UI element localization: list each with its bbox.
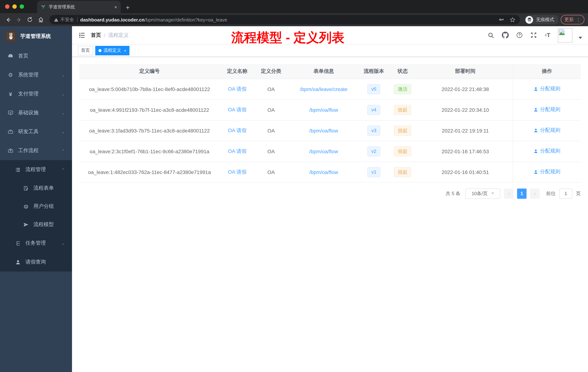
url-bar[interactable]: 不安全 dashboard.yudao.iocoder.cn/bpm/manag… — [50, 15, 520, 24]
page-size-select[interactable]: 10条/页 — [465, 188, 500, 198]
sidebar-item-user-group[interactable]: 用户分组 — [0, 197, 72, 216]
sidebar-item-process-form[interactable]: 流程表单 — [0, 179, 72, 197]
sidebar-item-process-manage[interactable]: 流程管理 ⌃ — [0, 160, 72, 179]
pagination-total: 共 5 条 — [446, 190, 460, 197]
font-size-icon[interactable]: тT — [544, 31, 552, 39]
url-path: /bpm/manager/definition?key=oa_leave — [145, 17, 227, 22]
new-tab-button[interactable]: + — [126, 4, 130, 11]
user-icon — [534, 87, 538, 91]
prev-page-button[interactable]: ‹ — [504, 188, 514, 198]
cell-definition-id: oa_leave:1:482ec033-762a-11ec-8477-a2380… — [79, 162, 220, 182]
goto-page-input[interactable] — [559, 188, 572, 198]
avatar-dropdown-caret-icon[interactable] — [578, 37, 582, 39]
face-icon — [22, 204, 29, 209]
assign-rule-button[interactable]: 分配规则 — [534, 127, 560, 134]
sidebar-item-process-model[interactable]: 流程模型 — [0, 216, 72, 234]
sidebar-item-system[interactable]: ⚙ 系统管理 ⌄ — [0, 66, 72, 85]
user-icon — [534, 170, 538, 174]
cell-definition-id: oa_leave:5:004b710b-7b8a-11ec-8ef0-acde4… — [79, 79, 220, 99]
incognito-badge: 无痕模式 — [524, 15, 558, 24]
password-key-icon[interactable] — [499, 17, 504, 22]
table-row: oa_leave:5:004b710b-7b8a-11ec-8ef0-acde4… — [79, 79, 581, 99]
browser-toolbar: 不安全 dashboard.yudao.iocoder.cn/bpm/manag… — [0, 13, 588, 26]
sidebar-item-task-manage[interactable]: 任务管理 ⌄ — [0, 234, 72, 253]
dashboard-icon — [7, 53, 14, 59]
monitor-icon — [7, 110, 14, 116]
version-badge: v2 — [368, 146, 380, 156]
sidebar-item-leave-query[interactable]: 请假查询 — [0, 253, 72, 272]
home-icon[interactable] — [36, 15, 45, 24]
sidebar-item-workflow[interactable]: 工作流程 ⌃ — [0, 141, 72, 160]
breadcrumb-current: 流程定义 — [108, 32, 129, 38]
reload-icon[interactable] — [25, 15, 34, 24]
status-badge: 挂起 — [394, 146, 411, 156]
cell-category: OA — [255, 141, 287, 162]
tab-title: 芋道管理系统 — [49, 4, 111, 10]
bookmark-star-icon[interactable] — [509, 17, 516, 23]
url-host: dashboard.yudao.iocoder.cn — [80, 17, 145, 22]
toolbox-icon — [7, 129, 14, 135]
github-icon[interactable] — [501, 31, 509, 39]
active-tag-dot — [99, 49, 101, 52]
tag-home[interactable]: 首页 — [78, 46, 93, 55]
status-badge: 挂起 — [394, 167, 411, 177]
chevron-down-icon: ⌄ — [62, 111, 65, 115]
cell-definition-id: oa_leave:3:1fad3d93-7b75-11ec-a3c8-acde4… — [79, 120, 220, 141]
assign-rule-button[interactable]: 分配规则 — [534, 107, 560, 113]
chevron-down-icon: ⌄ — [62, 92, 65, 96]
col-form-info: 表单信息 — [287, 64, 360, 79]
table-row: oa_leave:2:3c1f0ef1-76b1-11ec-9c66-a2380… — [79, 141, 581, 162]
forward-icon[interactable] — [15, 15, 23, 24]
tab-close-icon[interactable]: × — [114, 4, 117, 10]
sidebar-item-devtools[interactable]: 研发工具 ⌄ — [0, 122, 72, 141]
page-number-1[interactable]: 1 — [517, 188, 526, 198]
assign-rule-button[interactable]: 分配规则 — [534, 148, 560, 154]
form-link[interactable]: /bpm/oa/flow — [309, 148, 338, 154]
annotation-title: 流程模型 - 定义列表 — [231, 29, 344, 46]
breadcrumb-home[interactable]: 首页 — [91, 32, 101, 38]
tag-close-icon[interactable]: × — [124, 48, 126, 53]
tag-process-definition[interactable]: 流程定义 × — [95, 46, 130, 55]
cell-deploy-time: 2022-01-16 17:46:53 — [418, 141, 513, 162]
avatar[interactable] — [558, 28, 572, 42]
window-close-button[interactable] — [5, 4, 10, 9]
window-minimize-button[interactable] — [12, 4, 17, 9]
help-icon[interactable] — [515, 31, 523, 39]
form-link[interactable]: /bpm/oa/flow — [309, 128, 338, 133]
status-badge: 挂起 — [394, 125, 411, 136]
user-icon — [534, 128, 538, 133]
search-icon[interactable] — [487, 31, 495, 39]
col-deploy-time: 部署时间 — [418, 64, 513, 79]
form-edit-icon — [22, 186, 29, 191]
form-link[interactable]: /bpm/oa/flow — [309, 169, 338, 175]
page-content: 定义编号 定义名称 定义分类 表单信息 流程版本 状态 部署时间 操作 oa_l — [72, 57, 588, 372]
back-icon[interactable] — [4, 15, 12, 24]
definition-name-link[interactable]: OA 请假 — [228, 148, 247, 154]
form-link[interactable]: /bpm/oa/leave/create — [300, 86, 348, 92]
sidebar-logo[interactable]: 芋道管理系统 — [0, 26, 72, 47]
definition-name-link[interactable]: OA 请假 — [228, 127, 247, 133]
assign-rule-button[interactable]: 分配规则 — [534, 169, 560, 175]
suitcase-icon — [7, 148, 14, 153]
send-icon — [22, 222, 29, 227]
browser-menu-kebab-icon[interactable]: ⋮ — [576, 17, 581, 22]
fullscreen-icon[interactable] — [529, 31, 537, 39]
sidebar-item-pay[interactable]: ¥ 支付管理 ⌄ — [0, 85, 72, 103]
cell-deploy-time: 2022-01-22 21:48:38 — [418, 79, 513, 99]
definition-name-link[interactable]: OA 请假 — [228, 86, 247, 92]
security-chip[interactable]: 不安全 — [54, 17, 74, 23]
sidebar-item-infra[interactable]: 基础设施 ⌄ — [0, 103, 72, 122]
sidebar-item-home[interactable]: 首页 — [0, 47, 72, 66]
definition-name-link[interactable]: OA 请假 — [228, 107, 247, 112]
next-page-button[interactable]: › — [530, 188, 540, 198]
cell-category: OA — [255, 162, 287, 182]
url-divider — [77, 17, 77, 22]
browser-update-button[interactable]: 更新 ⋮ — [561, 15, 584, 24]
assign-rule-button[interactable]: 分配规则 — [534, 86, 560, 92]
sidebar-collapse-icon[interactable] — [78, 31, 86, 39]
browser-tab[interactable]: 芋道管理系统 × — [37, 1, 121, 13]
chevron-down-icon: ⌄ — [62, 241, 65, 245]
form-link[interactable]: /bpm/oa/flow — [309, 107, 338, 113]
window-zoom-button[interactable] — [20, 4, 24, 9]
definition-name-link[interactable]: OA 请假 — [228, 169, 247, 175]
